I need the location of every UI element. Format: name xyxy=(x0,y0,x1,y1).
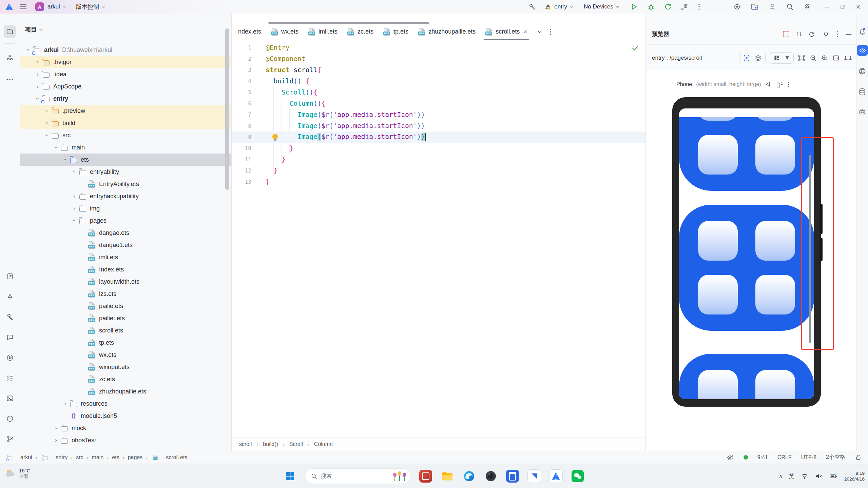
tree-row[interactable]: ›.idea xyxy=(20,68,231,80)
window-restore-button[interactable] xyxy=(835,0,850,14)
account-button-icon[interactable] xyxy=(768,3,776,11)
tree-row[interactable]: tp.ets xyxy=(20,337,231,349)
readonly-toggle-icon-icon[interactable] xyxy=(855,454,862,461)
tab-close-icon[interactable]: × xyxy=(523,28,527,36)
tree-row[interactable]: dangao1.ets xyxy=(20,239,231,251)
refresh-previewer-icon-icon[interactable] xyxy=(808,30,815,38)
tree-chevron-icon[interactable]: › xyxy=(70,217,78,225)
code-area[interactable]: 1@Entry2@Component3struct scroll{4 build… xyxy=(232,40,645,437)
assistant-side-button-icon[interactable] xyxy=(858,107,867,116)
grid-view-icon-icon[interactable] xyxy=(773,55,780,61)
search-highlight-tulips-icon[interactable] xyxy=(392,471,408,481)
tree-row[interactable]: zc.ets xyxy=(20,373,231,385)
version-control-tool-button[interactable] xyxy=(4,433,16,445)
tree-row[interactable]: ›entry xyxy=(20,93,231,105)
fit-screen-icon-icon[interactable] xyxy=(832,54,840,62)
taskbar-app-file-explorer[interactable] xyxy=(441,469,454,483)
window-minimize-button[interactable] xyxy=(819,0,835,14)
tree-chevron-icon[interactable]: › xyxy=(43,131,51,139)
zoom-out-icon-icon[interactable] xyxy=(809,54,817,62)
taskbar-app-blue-app[interactable] xyxy=(506,469,519,483)
tree-row[interactable]: ›resources xyxy=(20,398,231,410)
zoom-in-icon-icon[interactable] xyxy=(821,54,828,62)
taskbar-search[interactable]: 搜索 xyxy=(305,468,411,484)
pinned-tool-button[interactable] xyxy=(4,290,16,303)
taskbar-app-store[interactable] xyxy=(419,469,432,483)
tree-row[interactable]: ›ohosTest xyxy=(20,434,231,446)
volume-mute-icon-icon[interactable] xyxy=(815,472,823,480)
settings-button-icon[interactable] xyxy=(804,3,812,11)
tree-row[interactable]: ›.hvigor xyxy=(20,56,231,68)
device-selector[interactable]: No Devices xyxy=(584,3,613,10)
tab-ndex.ets[interactable]: ndex.ets xyxy=(233,24,266,40)
device-more-icon-icon[interactable] xyxy=(787,81,790,87)
tree-row[interactable]: ›pages xyxy=(20,215,231,227)
hamburger-menu-icon[interactable] xyxy=(20,4,26,9)
tree-chevron-icon[interactable]: › xyxy=(52,143,60,151)
status-breadcrumb-item[interactable]: entry xyxy=(56,454,68,461)
project-view-button-icon[interactable] xyxy=(751,3,759,11)
file-encoding[interactable]: UTF-8 xyxy=(801,454,816,461)
tree-row[interactable]: scroll.ets xyxy=(20,324,231,337)
tree-row[interactable]: dangao.ets xyxy=(20,227,231,239)
breadcrumb-item[interactable]: build() xyxy=(263,441,278,447)
project-chevron-down-icon[interactable] xyxy=(62,4,66,9)
taskbar-app-deveco-studio[interactable] xyxy=(549,469,563,483)
notifications-bell-icon[interactable] xyxy=(858,27,867,36)
debug-button-icon[interactable] xyxy=(647,3,655,11)
text-size-icon[interactable]: Tt xyxy=(796,31,801,38)
notes-tool-button[interactable] xyxy=(4,270,16,282)
vcs-menu[interactable]: 版本控制 xyxy=(76,3,99,11)
tree-row[interactable]: ›mock xyxy=(20,422,231,434)
build-hammer-icon[interactable] xyxy=(528,3,536,11)
tree-row[interactable]: EntryAbility.ets xyxy=(20,178,231,190)
tab-scroll.ets[interactable]: scroll.ets× xyxy=(481,24,532,40)
restart-button-icon[interactable] xyxy=(664,3,672,11)
tree-row[interactable]: Index.ets xyxy=(20,263,231,276)
rotate-left-icon-icon[interactable] xyxy=(765,81,772,88)
frame-bounds-icon-icon[interactable] xyxy=(798,54,805,62)
editor[interactable]: ndex.etswx.etsimli.etszc.etstp.etszhuzho… xyxy=(231,14,646,451)
tab-imli.ets[interactable]: imli.ets xyxy=(304,24,343,40)
run-button-icon[interactable] xyxy=(630,3,638,11)
tree-row[interactable]: wx.ets xyxy=(20,349,231,361)
status-breadcrumb-item[interactable]: pages xyxy=(128,454,143,461)
status-breadcrumb-item[interactable]: scroll.ets xyxy=(166,454,187,461)
tree-row[interactable]: ›img xyxy=(20,202,231,215)
project-panel-header[interactable]: 项目 xyxy=(25,26,43,34)
tree-chevron-icon[interactable]: › xyxy=(61,400,69,408)
tree-row[interactable]: pailiet.ets xyxy=(20,312,231,324)
tree-chevron-icon[interactable]: › xyxy=(70,192,78,200)
zoom-level[interactable]: 1:1 xyxy=(844,55,852,61)
taskbar-app-doc-app[interactable] xyxy=(527,469,541,483)
taskbar-app-dark-app[interactable] xyxy=(484,469,498,483)
highlight-off-icon-icon[interactable] xyxy=(727,454,734,461)
run-config-name[interactable]: entry xyxy=(554,3,567,10)
tab-zc.ets[interactable]: zc.ets xyxy=(343,24,379,40)
tree-chevron-icon[interactable]: › xyxy=(61,156,69,164)
breadcrumb-item[interactable]: scroll xyxy=(239,441,252,447)
layers-icon-icon[interactable] xyxy=(754,54,762,62)
status-breadcrumb-item[interactable]: src xyxy=(76,454,83,461)
breadcrumb-item[interactable]: Column xyxy=(314,441,333,447)
tree-chevron-icon[interactable]: › xyxy=(34,82,42,90)
tab-zhuzhoupailie.ets[interactable]: zhuzhoupailie.ets xyxy=(413,24,481,40)
tree-row[interactable]: imli.ets xyxy=(20,251,231,263)
indent-setting[interactable]: 2个空格 xyxy=(826,454,845,461)
tree-chevron-icon[interactable]: › xyxy=(70,204,78,212)
tree-row[interactable]: {}module.json5 xyxy=(20,410,231,422)
tree-chevron-icon[interactable]: › xyxy=(34,70,42,78)
search-everywhere-button-icon[interactable] xyxy=(786,3,794,11)
plugin-icon-icon[interactable] xyxy=(822,30,830,38)
intention-bulb-icon[interactable] xyxy=(272,134,278,139)
rotate-device-icon-icon[interactable] xyxy=(776,81,783,88)
tree-chevron-icon[interactable]: › xyxy=(34,58,42,66)
project-scrollbar[interactable] xyxy=(225,28,229,190)
build-tool-button[interactable] xyxy=(4,311,16,323)
run-tool-button[interactable] xyxy=(4,351,16,364)
tree-chevron-icon[interactable]: › xyxy=(43,119,51,127)
tab-tp.ets[interactable]: tp.ets xyxy=(379,24,413,40)
wifi-icon-icon[interactable] xyxy=(801,472,809,480)
inspect-component-icon-icon[interactable] xyxy=(743,54,750,62)
tree-row[interactable]: ›build xyxy=(20,117,231,129)
